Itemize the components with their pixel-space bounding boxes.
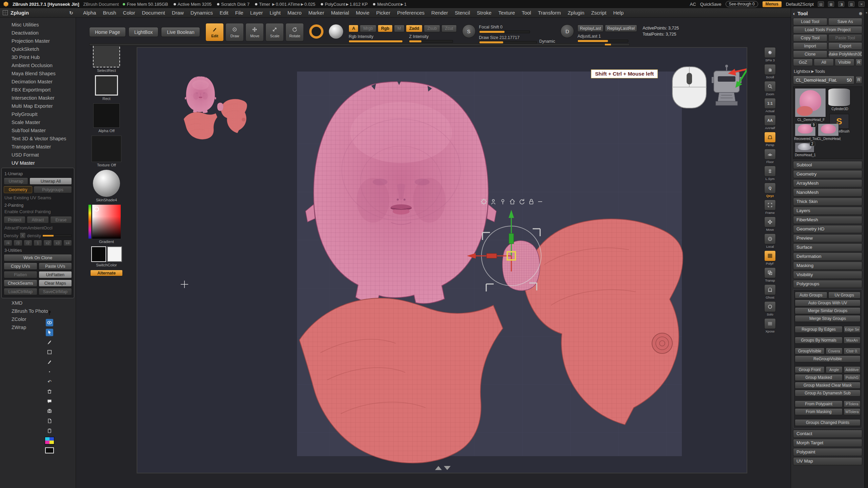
tool-section-preview[interactable]: Preview [793,234,862,242]
goz-button[interactable]: GoZ [793,59,813,66]
visible-button[interactable]: Visible [835,59,854,66]
dynamic-toggle[interactable]: Dynamic [539,39,555,44]
shelf-spix-3-button[interactable]: SPix 3 [764,47,776,62]
main-color-swatch[interactable] [91,246,106,262]
menu-layer[interactable]: Layer [247,9,266,17]
mrgb-toggle[interactable]: Mrgb [360,25,376,32]
groups-by-normals-button[interactable]: Groups By Normals [795,337,843,344]
menu-light[interactable]: Light [267,9,284,17]
z-intensity-slider[interactable]: Z Intensity [409,34,453,43]
shelf-aahalf-button[interactable]: AAAAHalf [764,115,776,130]
shelf-polyf-button[interactable]: PolyF [764,250,776,265]
density-x-button[interactable]: X [20,232,25,239]
tool-section-arraymesh[interactable]: ArrayMesh [793,179,862,187]
cursor-icon[interactable] [46,329,53,336]
zplugin-item-3d-print-hub[interactable]: 3D Print Hub [0,53,76,61]
group-as-dynamesh-sub-button[interactable]: Group As Dynamesh Sub [795,390,861,396]
panel-collapse-icon[interactable]: ‹ [793,11,795,16]
zplugin-item-zwrap[interactable]: ZWrap [0,323,76,331]
material-selector[interactable] [93,170,120,197]
menu-stroke[interactable]: Stroke [474,9,494,17]
current-tool-slider[interactable]: CL_DemoHead_Flat. 50 [793,76,854,84]
zplugin-item-ambient-occlusion[interactable]: Ambient Occlusion [0,61,76,69]
tool-section-fibermesh[interactable]: FiberMesh [793,216,862,224]
groupvisible-button[interactable]: GroupVisible [795,348,825,354]
regroupvisible-button[interactable]: ReGroupVisible [795,355,861,362]
rgb-intensity-slider[interactable]: Rgb Intensity [349,34,403,43]
tool-panel-header[interactable]: ‹ Tool ◉ [793,9,862,17]
alpha-selector[interactable] [93,103,120,128]
chat-icon[interactable] [46,398,53,405]
panel-pin-icon[interactable]: ◉ [859,11,862,16]
regroup-by-edges-button[interactable]: Regroup By Edges [795,326,843,333]
menus-button[interactable]: Menus [762,1,782,7]
zplugin-item-maya-blend-shapes[interactable]: Maya Blend Shapes [0,69,76,78]
protect-button[interactable]: Protect [4,216,25,223]
close-icon[interactable]: ✕ [859,1,865,7]
zplugin-item-uv-master[interactable]: UV Master [0,159,76,167]
use-existing-uv-seams-toggle[interactable]: Use Existing UV Seams [4,195,72,201]
replay-last-button[interactable]: ReplayLast [577,25,604,32]
shelf-frame-button[interactable]: Frame [764,200,776,215]
load-tools-from-project-button[interactable]: Load Tools From Project [793,26,862,34]
covera-button[interactable]: Covera [826,348,843,354]
shelf-ghost-button[interactable]: Ghost [764,284,776,299]
current-brush-preview[interactable] [309,24,323,39]
cmy-swatch[interactable] [45,437,54,445]
timeline-strip[interactable] [89,43,630,46]
density-mult-2[interactable]: /2 [24,240,32,246]
timeline-tick[interactable] [605,44,611,45]
tray-refresh-icon[interactable]: ↻ [69,10,73,16]
alternate-button[interactable]: Alternate [90,270,123,276]
camera-icon[interactable] [46,407,53,415]
focal-shift-slider[interactable]: Focal Shift 0 [479,25,530,33]
quicksave-button[interactable]: QuickSave [700,2,722,7]
tool-section-geometry[interactable]: Geometry [793,170,862,178]
group-masked-clear-mask-button[interactable]: Group Masked Clear Mask [795,382,861,389]
m-toggle[interactable]: M [394,25,404,32]
tool-section-polygroups[interactable]: Polygroups [793,280,862,288]
shelf-floor-button[interactable]: Floor [764,149,776,164]
dot-icon[interactable] [46,368,53,375]
panel-grid-icon[interactable]: ▤ [818,1,824,7]
auto-groups-button[interactable]: Auto Groups [795,292,827,299]
erase-button[interactable]: Erase [50,216,72,223]
tool-section-thick-skin[interactable]: Thick Skin [793,198,862,206]
mode-edit-button[interactable]: Edit [205,23,224,41]
menu-render[interactable]: Render [428,9,451,17]
menu-edit[interactable]: Edit [217,9,232,17]
zplugin-item-fbx-exportimport[interactable]: FBX ExportImport [0,86,76,94]
clear-maps-button[interactable]: Clear Maps [39,280,72,287]
tool-section-subtool[interactable]: Subtool [793,161,862,169]
ac-button[interactable]: AC [690,2,696,7]
zplugin-item-projection-master[interactable]: Projection Master [0,37,76,45]
tool-section-uv-map[interactable]: UV Map [793,457,862,465]
pencil-icon[interactable] [46,358,53,366]
menu-brush[interactable]: Brush [100,9,119,17]
current-tool-r-button[interactable]: R [855,76,862,84]
mode-scale-button[interactable]: Scale [265,23,284,41]
tray-header[interactable]: Zplugin ↻ [0,10,76,16]
home-page-button[interactable]: Home Page [89,27,126,37]
auto-groups-with-uv-button[interactable]: Auto Groups With UV [795,300,861,306]
tool-section-layers[interactable]: Layers [793,207,862,215]
stroke-selectrect-button[interactable] [93,44,120,67]
tool-thumb-cl-demohead-f[interactable] [818,123,839,136]
seethrough-slider[interactable]: See-through 0 [726,1,758,7]
density-mult-1[interactable]: 1 [34,240,42,246]
density-mult-3[interactable]: /3 [14,240,22,246]
mtolera-button[interactable]: MTolera [844,408,861,415]
tool-section-nanomesh[interactable]: NanoMesh [793,188,862,197]
tool-thumb-cylinder3d[interactable] [828,88,850,106]
zplugin-item-quicksketch[interactable]: QuickSketch [0,45,76,53]
lightbox-tools-label[interactable]: Lightbox►Tools [793,67,862,75]
zplugin-item-subtool-master[interactable]: SubTool Master [0,126,76,135]
groups-changed-points-button[interactable]: Groups Changed Points [795,419,861,426]
trash-icon[interactable] [46,388,53,395]
uv-polygroups-toggle[interactable]: Polygroups [34,186,72,193]
undo-icon[interactable]: ↶ [46,378,53,385]
replay-last-rel-button[interactable]: ReplayLastRel [605,25,637,32]
rgb-toggle[interactable]: Rgb [378,25,393,32]
maxan-button[interactable]: MaxAn [844,337,861,344]
a-button[interactable]: A [349,25,358,32]
